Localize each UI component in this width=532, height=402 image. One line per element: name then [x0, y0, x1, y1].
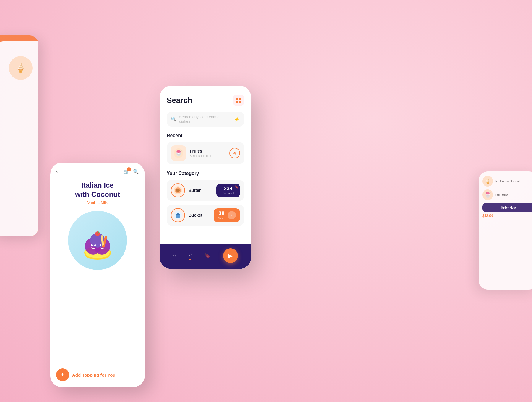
phone-left-emoji: 🍦 [9, 56, 33, 80]
bookmark-icon: 🔖 [235, 185, 238, 189]
page-title: Search [167, 96, 192, 105]
category-item-bucket[interactable]: Bucket 38 Menu › [167, 205, 244, 226]
filter-icon[interactable]: ⚡ [234, 116, 240, 122]
svg-point-4 [91, 244, 93, 246]
home-icon: ⌂ [173, 253, 176, 259]
product-image [68, 211, 127, 270]
right-phone-price: $12.00 [482, 214, 532, 218]
search-nav-icon: ⌕ [189, 251, 192, 257]
svg-point-5 [94, 244, 96, 246]
right-phone-text-2: Fruit Bowl [495, 193, 508, 197]
right-phone-avatar-2: 🍧 [482, 189, 493, 200]
category-butter-name: Butter [189, 188, 213, 193]
category-bucket-image [171, 208, 185, 222]
recent-item-name: Fruit's [190, 149, 226, 153]
phone-cl-header: ‹ 🛒 2 🔍 [50, 163, 145, 178]
nav-search[interactable]: ⌕ [189, 251, 192, 260]
category-item-butter[interactable]: Butter 234 Discount 🔖 [167, 180, 244, 201]
recent-item-image: 🍧 [171, 145, 186, 161]
svg-point-16 [176, 189, 180, 192]
phone-right: 🍦 Ice Cream Special 🍧 Fruit Bowl Order N… [479, 171, 532, 290]
cart-icon-wrap[interactable]: 🛒 2 [124, 169, 129, 174]
svg-text:🍧: 🍧 [175, 150, 182, 156]
recent-item-count: 4 [229, 148, 240, 158]
butter-badge-num: 234 [224, 186, 233, 191]
right-phone-avatar-1: 🍦 [482, 176, 493, 187]
nav-home[interactable]: ⌂ [173, 253, 176, 259]
header-icons: 🛒 2 🔍 [124, 169, 139, 174]
back-button[interactable]: ‹ [56, 168, 58, 175]
add-topping-icon: + [56, 368, 69, 381]
right-phone-item-2: 🍧 Fruit Bowl [482, 189, 532, 200]
category-butter-badge: 234 Discount 🔖 [216, 184, 240, 197]
category-section-label: Your Category [167, 171, 244, 176]
add-topping-button[interactable]: + Add Topping for You [56, 368, 139, 381]
grid-icon [236, 98, 241, 103]
product-title: Italian Icewith Coconut [50, 178, 145, 200]
bottom-nav: ⌂ ⌕ 🔖 ▶ [160, 244, 251, 269]
search-input[interactable]: Search any ice cream or dishes [179, 115, 232, 124]
bucket-badge-num: 38 [218, 211, 224, 216]
cart-badge: 2 [127, 167, 131, 171]
product-subtitle: Vanilla, Milk [50, 200, 145, 205]
butter-badge-label: Discount [223, 192, 234, 195]
scene: 🍦 ‹ 🛒 2 🔍 Italian Icewith Coconut Vanill… [0, 0, 532, 402]
phone-right-content: 🍦 Ice Cream Special 🍧 Fruit Bowl Order N… [479, 171, 532, 222]
category-butter-image [171, 183, 185, 197]
category-bucket-name: Bucket [189, 213, 210, 218]
product-image-area [50, 208, 145, 273]
category-bucket-badge: 38 Menu › [214, 208, 240, 222]
recent-item[interactable]: 🍧 Fruit's 3 kinds ice diet 4 [167, 142, 244, 164]
search-bar[interactable]: 🔍 Search any ice cream or dishes ⚡ [167, 112, 244, 127]
phone-cl-bottom: + Add Topping for You [50, 364, 145, 387]
right-phone-item-1: 🍦 Ice Cream Special [482, 176, 532, 187]
phone-center-left: ‹ 🛒 2 🔍 Italian Icewith Coconut Vanilla,… [50, 163, 145, 387]
search-icon: 🔍 [171, 116, 177, 122]
phone-main-content: Search 🔍 Search any ice cream or dishes … [160, 86, 251, 244]
bucket-badge-label: Menu [218, 217, 225, 220]
right-phone-text-1: Ice Cream Special [495, 180, 520, 183]
fab-play-icon: ▶ [228, 252, 233, 259]
bookmark-nav-icon: 🔖 [204, 252, 211, 259]
phone-main: Search 🔍 Search any ice cream or dishes … [160, 86, 251, 269]
add-topping-label: Add Topping for You [72, 372, 116, 377]
phone-left: 🍦 [0, 35, 38, 236]
right-phone-order-button[interactable]: Order Now [482, 203, 532, 212]
search-icon[interactable]: 🔍 [133, 169, 139, 174]
nav-bookmark[interactable]: 🔖 [204, 252, 211, 259]
ice-cream-illustration [75, 218, 120, 262]
nav-fab-button[interactable]: ▶ [223, 248, 238, 263]
nav-active-dot [189, 259, 191, 260]
recent-item-desc: 3 kinds ice diet [190, 154, 226, 158]
recent-item-info: Fruit's 3 kinds ice diet [190, 149, 226, 158]
arrow-icon: › [228, 211, 236, 219]
svg-rect-19 [176, 214, 180, 215]
recent-section-label: Recent [167, 133, 244, 138]
grid-view-button[interactable] [233, 95, 244, 106]
svg-point-6 [100, 244, 101, 246]
phone-main-header: Search [167, 95, 244, 106]
